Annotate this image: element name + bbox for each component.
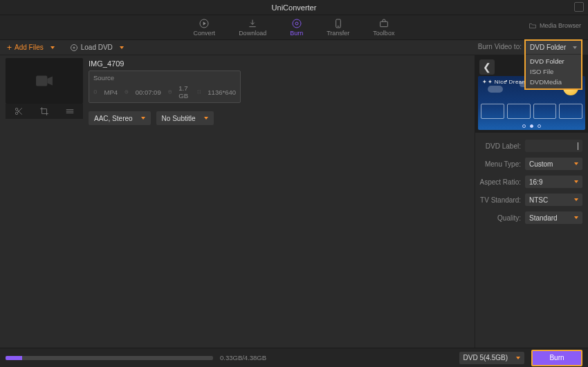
star-graphic (506, 80, 507, 82)
burn-icon (291, 18, 302, 29)
video-thumbnail[interactable] (6, 58, 83, 104)
burn-to-option[interactable]: DVDMedia (526, 77, 581, 87)
bottom-bar: 0.33GB/4.38GB DVD 5(4.5GB) Burn (0, 348, 588, 367)
setting-label: Aspect Ratio: (475, 178, 521, 186)
chevron-down-icon[interactable] (50, 46, 55, 49)
right-panel: ❮ ✦✦ Nice Dream ✦ (475, 55, 588, 348)
setting-dvd-label: DVD Label: (475, 140, 582, 152)
cloud-graphic (488, 86, 503, 93)
sub-toolbar: + Add Files Load DVD Burn Video to: (0, 40, 588, 55)
preview-slot (507, 104, 531, 119)
nav-burn[interactable]: Burn (290, 18, 303, 37)
folder-icon (529, 22, 537, 29)
preview-slots (481, 104, 582, 119)
burn-button[interactable]: Burn (533, 351, 581, 365)
svg-point-7 (71, 44, 77, 50)
chevron-down-icon (141, 117, 145, 120)
source-box: Source MP4 00:07:09 1.7 GB 1136*640 (89, 70, 241, 103)
burn-to-selected[interactable]: DVD Folder (526, 41, 581, 55)
media-browser-label: Media Browser (540, 22, 581, 29)
disc-select[interactable]: DVD 5(4.5GB) (459, 352, 524, 364)
setting-label: Quality: (475, 214, 521, 222)
preview-slot (481, 104, 504, 119)
setting-menu-type: Menu Type: Custom (475, 158, 582, 170)
quality-value: Standard (529, 214, 558, 222)
burn-button-label: Burn (549, 354, 564, 361)
dot[interactable] (538, 124, 541, 128)
dot[interactable] (522, 124, 526, 128)
burn-to-options: DVD Folder ISO File DVDMedia (526, 55, 581, 88)
download-icon (247, 18, 258, 29)
preview-dots (478, 124, 585, 128)
file-resolution: 1136*640 (208, 88, 236, 96)
nav-download[interactable]: Download (239, 18, 266, 37)
load-dvd-button[interactable]: Load DVD (70, 44, 124, 52)
size-text: 0.33GB/4.38GB (220, 354, 266, 361)
window-control-icon[interactable] (574, 2, 584, 12)
setting-tv-standard: TV Standard: NTSC (475, 194, 582, 206)
menu-type-select[interactable]: Custom (525, 158, 582, 170)
audio-select[interactable]: AAC, Stereo (89, 111, 151, 125)
resolution-icon (197, 88, 201, 95)
burn-button-highlight: Burn (531, 350, 582, 366)
nav-transfer[interactable]: Transfer (327, 18, 349, 37)
svg-point-14 (169, 91, 172, 91)
file-item: IMG_4709 Source MP4 00:07:09 1.7 GB 1136… (6, 58, 469, 125)
svg-rect-6 (380, 21, 388, 26)
audio-select-label: AAC, Stereo (94, 115, 133, 122)
preview-back-button[interactable]: ❮ (479, 59, 495, 75)
chevron-down-icon[interactable] (120, 46, 124, 49)
burn-to-option[interactable]: ISO File (526, 66, 581, 77)
app-title: UniConverter (272, 3, 317, 12)
nav-label: Convert (194, 30, 216, 37)
chevron-down-icon (516, 357, 520, 359)
subtitle-select[interactable]: No Subtitle (156, 111, 214, 125)
dvd-label-input[interactable] (525, 140, 582, 152)
tv-standard-select[interactable]: NTSC (525, 194, 582, 206)
burn-to-option[interactable]: DVD Folder (526, 56, 581, 66)
svg-point-8 (73, 47, 75, 48)
main-area: IMG_4709 Source MP4 00:07:09 1.7 GB 1136… (0, 55, 588, 348)
add-files-button[interactable]: + Add Files (7, 44, 55, 52)
disc-select-label: DVD 5(4.5GB) (463, 354, 508, 361)
clock-icon (125, 88, 129, 95)
file-format: MP4 (104, 88, 118, 96)
thumb-toolbar (6, 104, 83, 119)
aspect-ratio-value: 16:9 (529, 178, 542, 186)
chevron-down-icon (574, 162, 578, 165)
chevron-down-icon (574, 180, 578, 183)
media-browser-button[interactable]: Media Browser (529, 22, 581, 29)
nav-toolbox[interactable]: Toolbox (373, 18, 394, 37)
burn-settings: DVD Label: Menu Type: Custom Aspect Rati… (475, 133, 588, 224)
burn-to-dropdown[interactable]: DVD Folder DVD Folder ISO File DVDMedia (524, 39, 582, 90)
svg-point-3 (295, 22, 298, 25)
crop-icon[interactable] (39, 106, 49, 116)
menu-type-value: Custom (529, 160, 553, 168)
track-selectors: AAC, Stereo No Subtitle (89, 111, 469, 125)
source-title: Source (93, 74, 236, 82)
titlebar: UniConverter (0, 0, 588, 15)
svg-rect-12 (94, 91, 96, 93)
size-progress-fill (6, 356, 22, 360)
svg-point-2 (293, 19, 301, 28)
dot[interactable] (530, 124, 533, 128)
setting-label: Menu Type: (475, 160, 521, 168)
file-info: IMG_4709 Source MP4 00:07:09 1.7 GB 1136… (89, 58, 469, 125)
nav-convert[interactable]: Convert (194, 18, 216, 37)
nav-label: Download (239, 30, 266, 37)
file-list: IMG_4709 Source MP4 00:07:09 1.7 GB 1136… (0, 55, 475, 348)
add-files-label: Add Files (15, 44, 44, 51)
setting-quality: Quality: Standard (475, 211, 582, 224)
chevron-down-icon (573, 46, 577, 49)
toolbox-icon (378, 18, 389, 29)
aspect-ratio-select[interactable]: 16:9 (525, 176, 582, 188)
load-dvd-label: Load DVD (81, 44, 113, 51)
effects-icon[interactable] (65, 106, 75, 116)
size-progress (6, 356, 213, 360)
nav-label: Toolbox (373, 30, 394, 37)
quality-select[interactable]: Standard (525, 211, 582, 224)
setting-label: DVD Label: (475, 142, 521, 150)
preview-slot (559, 104, 582, 119)
trim-icon[interactable] (14, 106, 24, 116)
subtitle-select-label: No Subtitle (162, 115, 196, 122)
